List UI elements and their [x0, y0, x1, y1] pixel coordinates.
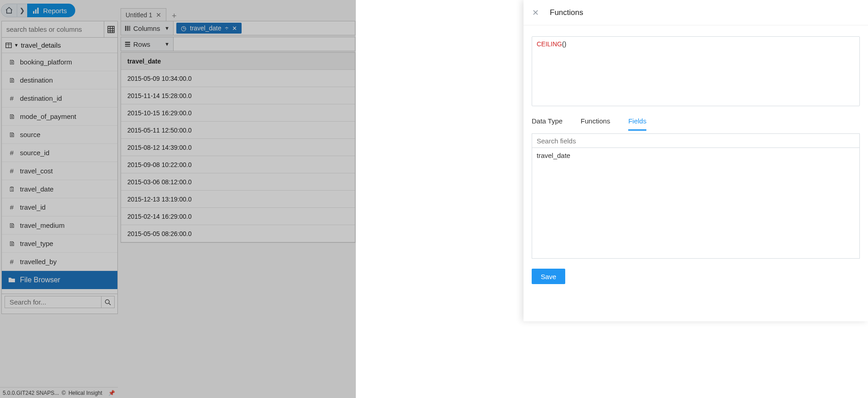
file-browser-button[interactable]: File Browser [2, 271, 117, 289]
search-for-input[interactable] [5, 296, 101, 308]
pill-label: travel_date [190, 25, 221, 32]
reports-nav[interactable]: Reports [27, 4, 75, 17]
svg-rect-3 [108, 26, 114, 33]
folder-icon [8, 276, 15, 284]
panel-title: Functions [550, 8, 583, 17]
sidebar-field-source_id[interactable]: #source_id [2, 144, 117, 162]
svg-rect-15 [129, 25, 130, 30]
field-label: source [20, 131, 40, 138]
sidebar-field-mode_of_payment[interactable]: 🗎mode_of_payment [2, 108, 117, 126]
columns-dropdown-icon[interactable]: ▼ [165, 25, 170, 31]
expression-editor[interactable]: CEILING() [532, 36, 860, 106]
search-icon [105, 299, 111, 305]
tab-data-type[interactable]: Data Type [532, 115, 563, 131]
rows-label: Rows [133, 40, 150, 48]
svg-rect-1 [35, 9, 37, 13]
pin-icon[interactable]: 📌 [108, 390, 115, 396]
home-icon [5, 6, 13, 15]
field-label: destination_id [20, 94, 62, 102]
data-table: travel_date 2015-05-09 10:34:00.02015-11… [121, 52, 355, 243]
home-button[interactable] [1, 4, 17, 17]
sidebar-field-destination_id[interactable]: #destination_id [2, 89, 117, 108]
sidebar-field-travel_type[interactable]: 🗎travel_type [2, 235, 117, 253]
columns-label: Columns [133, 25, 160, 32]
tab-fields[interactable]: Fields [628, 115, 646, 131]
field-label: travel_type [20, 240, 53, 247]
table-row[interactable]: 2015-12-13 13:19:00.0 [121, 191, 355, 208]
text-type-icon: 🗎 [8, 240, 15, 247]
svg-rect-18 [125, 46, 130, 47]
field-label: travel_cost [20, 167, 53, 175]
table-icon [5, 42, 12, 49]
svg-rect-0 [33, 11, 34, 14]
svg-rect-16 [125, 41, 130, 43]
sidebar-field-source[interactable]: 🗎source [2, 126, 117, 144]
sidebar-field-booking_platform[interactable]: 🗎booking_platform [2, 53, 117, 71]
svg-point-11 [105, 300, 109, 304]
editor-function-name: CEILING [537, 40, 562, 48]
sidebar-field-destination[interactable]: 🗎destination [2, 71, 117, 89]
table-row[interactable]: 2015-10-15 16:29:00.0 [121, 104, 355, 122]
svg-rect-17 [125, 44, 130, 45]
field-option-travel_date[interactable]: travel_date [532, 148, 859, 162]
rows-dropdown-icon[interactable]: ▼ [165, 41, 170, 47]
save-button[interactable]: Save [532, 269, 565, 284]
reports-label: Reports [43, 7, 67, 15]
search-button[interactable] [101, 296, 115, 308]
sidebar-field-travel_cost[interactable]: #travel_cost [2, 162, 117, 180]
tab-functions[interactable]: Functions [581, 115, 610, 131]
tab-close-icon[interactable]: ✕ [156, 11, 161, 19]
text-type-icon: 🗎 [8, 113, 15, 120]
table-row[interactable]: 2015-05-09 10:34:00.0 [121, 70, 355, 87]
text-type-icon: 🗎 [8, 58, 15, 66]
copyright-icon: © [62, 390, 66, 396]
table-column-header[interactable]: travel_date [121, 53, 355, 70]
sidebar-field-travel_date[interactable]: 🗓travel_date [2, 180, 117, 198]
field-label: travel_medium [20, 221, 64, 229]
sidebar-field-travelled_by[interactable]: #travelled_by [2, 253, 117, 271]
tab-label: Untitled 1 [126, 11, 152, 19]
panel-close-button[interactable]: ✕ [531, 8, 540, 17]
tab-add-button[interactable]: + [169, 11, 179, 21]
table-row[interactable]: 2015-08-12 14:39:00.0 [121, 139, 355, 156]
table-row[interactable]: 2015-03-06 08:12:00.0 [121, 173, 355, 191]
table-row[interactable]: 2015-05-05 08:26:00.0 [121, 225, 355, 242]
date-type-icon: 🗓 [8, 185, 15, 193]
collapse-icon: ▼ [14, 43, 19, 48]
chevron-right-icon: ❯ [17, 4, 27, 17]
brand-text: Helical Insight [68, 390, 102, 396]
num-type-icon: # [8, 203, 15, 211]
text-type-icon: 🗎 [8, 76, 15, 84]
grid-icon [107, 26, 115, 33]
grid-toggle-button[interactable] [104, 21, 117, 37]
svg-line-12 [109, 303, 111, 305]
divide-icon: ÷ [225, 25, 228, 32]
rows-icon [125, 41, 131, 47]
table-header[interactable]: ▼ travel_details [2, 38, 117, 53]
field-label: travel_id [20, 203, 46, 211]
search-tables-input[interactable] [2, 21, 104, 37]
column-pill-travel-date[interactable]: ◷ travel_date ÷ ✕ [176, 23, 242, 34]
columns-shelf[interactable]: Columns ▼ ◷ travel_date ÷ ✕ [121, 21, 355, 35]
field-label: booking_platform [20, 58, 72, 66]
table-row[interactable]: 2015-02-14 16:29:00.0 [121, 208, 355, 225]
tab-untitled[interactable]: Untitled 1 ✕ [121, 8, 166, 21]
table-row[interactable]: 2015-05-11 12:50:00.0 [121, 122, 355, 139]
sidebar-field-travel_medium[interactable]: 🗎travel_medium [2, 216, 117, 235]
field-label: destination [20, 76, 53, 84]
breadcrumb: ❯ Reports [0, 3, 75, 18]
bar-chart-icon [33, 7, 39, 14]
panel-tabs: Data Type Functions Fields [532, 115, 860, 131]
pill-remove-icon[interactable]: ✕ [232, 25, 237, 32]
table-row[interactable]: 2015-11-14 15:28:00.0 [121, 87, 355, 104]
svg-rect-14 [127, 25, 129, 30]
num-type-icon: # [8, 258, 15, 265]
sidebar-field-travel_id[interactable]: #travel_id [2, 198, 117, 216]
table-row[interactable]: 2015-09-08 10:22:00.0 [121, 156, 355, 173]
num-type-icon: # [8, 149, 15, 157]
text-type-icon: 🗎 [8, 131, 15, 138]
footer: 5.0.0.GIT242 SNAPS... © Helical Insight … [0, 387, 118, 398]
fields-search-input[interactable] [532, 133, 860, 148]
rows-shelf[interactable]: Rows ▼ [121, 37, 355, 51]
field-label: travelled_by [20, 258, 57, 265]
